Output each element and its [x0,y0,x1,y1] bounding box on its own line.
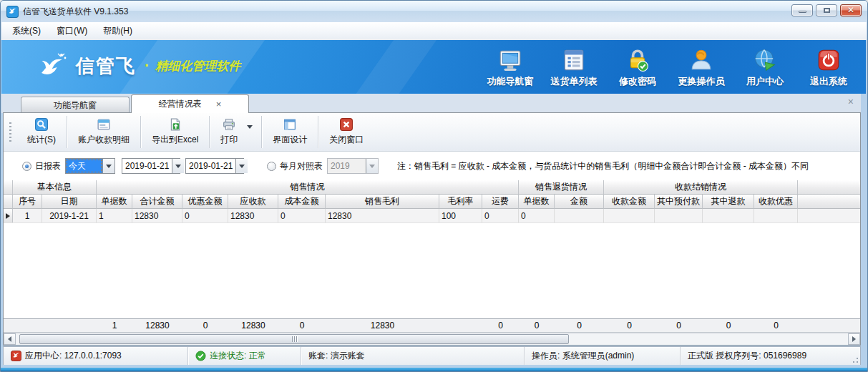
grid-cell[interactable]: 2019-1-21 [42,209,97,222]
switch-user-action[interactable]: 更换操作员 [676,48,727,88]
tab-page: 统计(S)账户收款明细导出到Excel打印界面设计关闭窗口 日报表 今天 201… [3,112,861,346]
column-header[interactable]: 收款优惠 [754,195,798,209]
grid-cell[interactable] [604,209,655,222]
account-receipts-icon [97,118,110,131]
column-header[interactable]: 日期 [42,195,97,209]
column-header[interactable]: 金额 [555,195,604,209]
column-header[interactable]: 应收款 [228,195,278,209]
maximize-icon [824,8,830,13]
scrollbar-thumb[interactable] [19,334,569,344]
grid-cell[interactable]: 0 [278,209,326,222]
close-button[interactable]: ✕ [840,4,862,16]
year-select[interactable]: 2019 [327,158,379,174]
export-excel-button[interactable]: 导出到Excel [142,113,208,151]
resize-grip[interactable] [850,355,859,363]
menu-item[interactable]: 窗口(W) [49,22,95,40]
menu-item[interactable]: 系统(S) [4,22,49,40]
title-bar[interactable]: 信管飞送货单软件 V9.1.353 ✕ [1,1,867,22]
grid-cell[interactable] [555,209,604,222]
tab-strip-close-icon[interactable]: × [848,97,854,107]
tab-close-icon[interactable]: × [216,99,222,109]
summary-cell: 0 [278,319,326,332]
grid-cell[interactable]: 12830 [326,209,439,222]
minimize-button[interactable] [791,4,813,16]
statistics-button[interactable]: 统计(S) [18,113,65,151]
monthly-report-radio[interactable] [267,162,276,171]
grid-cell[interactable]: 0 [519,209,555,222]
date-from-arrow-icon[interactable] [172,159,184,173]
ui-design-button[interactable]: 界面设计 [263,113,316,151]
date-from-picker[interactable]: 2019-01-21 [122,158,180,174]
grid-cell[interactable]: 12830 [132,209,182,222]
summary-cell [13,319,42,332]
table-row[interactable]: 12019-1-2111283001283001283010000 [4,209,860,223]
date-from-value: 2019-01-21 [122,159,172,173]
tab-1[interactable]: 经营情况表× [131,94,249,113]
grid-cell[interactable] [703,209,754,222]
grid-cell[interactable]: 100 [439,209,482,222]
range-select[interactable]: 今天 [65,158,115,174]
header-filler [798,195,860,209]
summary-cell [42,319,97,332]
daily-report-radio[interactable] [22,162,31,171]
exit-power-action[interactable]: 退出系统 [803,48,854,88]
status-segment-1: 连接状态: 正常 [188,347,301,365]
scroll-left-button[interactable] [4,333,16,345]
toolbar-separator [67,116,67,148]
column-header[interactable]: 销售毛利 [326,195,439,209]
column-header[interactable]: 其中预付款 [655,195,703,209]
column-header[interactable]: 合计金额 [132,195,182,209]
summary-cell: 1 [97,319,132,332]
column-header[interactable]: 单据数 [97,195,132,209]
column-header[interactable]: 运费 [482,195,519,209]
column-group-header: 销售退货情况 [519,180,604,195]
horizontal-scrollbar[interactable] [4,333,860,345]
grid-cell[interactable] [655,209,703,222]
column-header[interactable]: 序号 [13,195,42,209]
row-selector-cell[interactable] [4,209,13,222]
summary-cell: 0 [482,319,519,332]
grid-cell[interactable]: 0 [482,209,519,222]
column-header[interactable]: 毛利率 [439,195,482,209]
grid-header-row: 序号日期单据数合计金额优惠金额应收款成本金额销售毛利毛利率运费单据数金额收款金额… [4,195,860,209]
column-header[interactable]: 收款金额 [604,195,655,209]
grid-cell[interactable]: 12830 [228,209,278,222]
brand-banner: 信管飞 · 精细化管理软件 功能导航窗送货单列表修改密码更换操作员用户中心退出系… [1,40,866,94]
column-header[interactable]: 其中退款 [703,195,754,209]
toolbar-grip[interactable] [9,122,11,142]
grid-cell[interactable]: 1 [13,209,42,222]
menu-item[interactable]: 帮助(H) [95,22,140,40]
date-to-picker[interactable]: 2019-01-21 [185,158,244,174]
brand-name: 信管飞 [76,54,136,79]
column-group-header: 收款结销情况 [604,180,798,195]
scroll-right-button[interactable] [848,333,860,345]
range-select-arrow-icon[interactable] [102,159,114,173]
range-select-value: 今天 [66,159,102,173]
switch-user-icon [689,48,713,72]
column-header[interactable]: 单据数 [519,195,555,209]
column-header[interactable]: 优惠金额 [182,195,228,209]
monitor-action[interactable]: 功能导航窗 [484,48,536,88]
account-receipts-button[interactable]: 账户收款明细 [69,113,139,151]
delivery-list-action[interactable]: 送货单列表 [548,48,600,88]
date-to-arrow-icon[interactable] [235,159,248,173]
column-header[interactable]: 成本金额 [278,195,326,209]
summary-cell: 12830 [228,319,278,332]
close-window-button[interactable]: 关闭窗口 [320,113,373,151]
password-lock-action[interactable]: 修改密码 [612,48,663,88]
menu-bar: 系统(S)窗口(W)帮助(H) [1,22,867,40]
print-button[interactable]: 打印 [211,113,247,151]
user-center-globe-action[interactable]: 用户中心 [739,48,791,88]
tab-0[interactable]: 功能导航窗 [21,97,130,113]
user-center-globe-icon [753,48,777,72]
grid-cell[interactable]: 1 [97,209,132,222]
maximize-button[interactable] [816,4,837,16]
grid-cell[interactable] [754,209,798,222]
grid-cell[interactable]: 0 [182,209,228,222]
banner-action-label: 送货单列表 [551,75,598,88]
summary-cell: 12830 [132,319,182,332]
app-logo-icon [6,6,19,18]
toolbar-button-label: 打印 [220,134,238,146]
print-dropdown-arrow-icon[interactable] [247,113,260,151]
grid-empty-area[interactable] [4,223,860,318]
